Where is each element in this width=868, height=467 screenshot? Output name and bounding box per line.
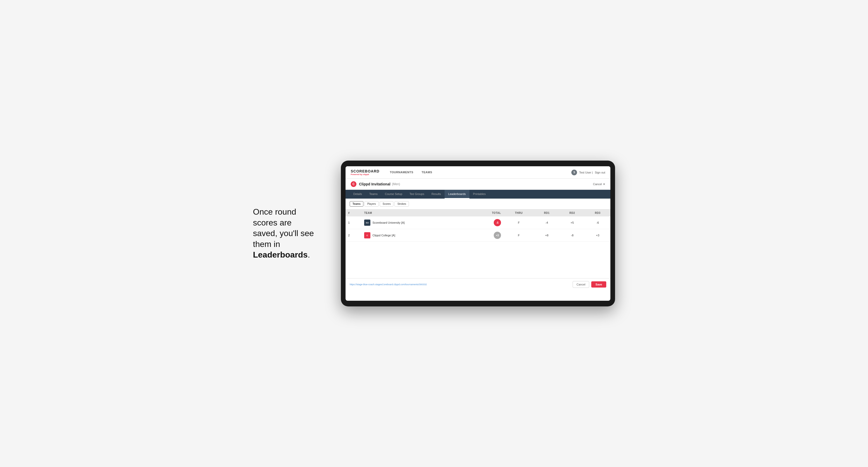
thru-2: F bbox=[503, 229, 534, 242]
tab-tee-groups[interactable]: Tee Groups bbox=[406, 190, 428, 198]
toggle-strokes[interactable]: Strokes bbox=[395, 201, 409, 207]
tab-details[interactable]: Details bbox=[350, 190, 366, 198]
tab-course-setup[interactable]: Course Setup bbox=[381, 190, 406, 198]
tournament-header: C Clippd Invitational (Men) Cancel ✕ bbox=[345, 179, 610, 190]
team-name-2: Clippd College [A] bbox=[372, 234, 395, 237]
user-avatar: S bbox=[571, 169, 577, 175]
footer-url: https://stage-blue-coach.stagesCoreboard… bbox=[350, 283, 427, 286]
tab-printables[interactable]: Printables bbox=[469, 190, 489, 198]
close-icon: ✕ bbox=[603, 183, 605, 186]
tab-teams[interactable]: Teams bbox=[366, 190, 381, 198]
page-wrapper: Once round scores are saved, you'll see … bbox=[253, 161, 615, 306]
total-2: +3 bbox=[470, 229, 503, 242]
table-header: # TEAM TOTAL THRU RD1 RD2 RD3 bbox=[345, 210, 610, 216]
toggle-scores[interactable]: Scores bbox=[380, 201, 393, 207]
col-total: TOTAL bbox=[470, 210, 503, 216]
rd2-2: -8 bbox=[559, 229, 585, 242]
rd1-1: -4 bbox=[534, 216, 559, 229]
sign-out-link[interactable]: Sign out bbox=[595, 171, 605, 174]
rd3-2: +3 bbox=[585, 229, 610, 242]
main-content: SCOREBOARD Powered by clippd TOURNAMENTS… bbox=[345, 166, 610, 290]
table-body: 1 SU Scoreboard University [A] -5 bbox=[345, 216, 610, 242]
team-cell-2: C Clippd College [A] bbox=[362, 229, 470, 242]
desc-period: . bbox=[308, 250, 310, 259]
cancel-button[interactable]: Cancel bbox=[572, 281, 589, 288]
col-rd2: RD2 bbox=[559, 210, 585, 216]
leaderboard-table-area: # TEAM TOTAL THRU RD1 RD2 RD3 1 bbox=[345, 210, 610, 247]
tablet-screen: SCOREBOARD Powered by clippd TOURNAMENTS… bbox=[345, 166, 610, 301]
thru-1: F bbox=[503, 216, 534, 229]
save-button[interactable]: Save bbox=[591, 281, 606, 287]
left-description: Once round scores are saved, you'll see … bbox=[253, 207, 326, 260]
total-1: -5 bbox=[470, 216, 503, 229]
toggle-teams[interactable]: Teams bbox=[350, 201, 363, 207]
desc-line1: Once round bbox=[253, 207, 296, 216]
rank-1: 1 bbox=[345, 216, 362, 229]
tab-results[interactable]: Results bbox=[428, 190, 444, 198]
nav-right: S Test User | Sign out bbox=[571, 169, 605, 175]
col-team: TEAM bbox=[362, 210, 470, 216]
app-logo: SCOREBOARD bbox=[351, 169, 379, 173]
desc-highlight: Leaderboards bbox=[253, 250, 308, 259]
rd1-2: +8 bbox=[534, 229, 559, 242]
table-row: 2 C Clippd College [A] +3 bbox=[345, 229, 610, 242]
col-thru: THRU bbox=[503, 210, 534, 216]
col-rd1: RD1 bbox=[534, 210, 559, 216]
app-footer: https://stage-blue-coach.stagesCoreboard… bbox=[345, 278, 610, 290]
score-badge-2: +3 bbox=[494, 232, 501, 239]
rd3-1: -6 bbox=[585, 216, 610, 229]
tournament-title: Clippd Invitational bbox=[359, 182, 390, 186]
tournament-icon: C bbox=[351, 181, 356, 187]
leaderboard-table: # TEAM TOTAL THRU RD1 RD2 RD3 1 bbox=[345, 210, 610, 242]
top-navigation: SCOREBOARD Powered by clippd TOURNAMENTS… bbox=[345, 166, 610, 179]
col-rd3: RD3 bbox=[585, 210, 610, 216]
sub-tabs: Details Teams Course Setup Tee Groups Re… bbox=[345, 190, 610, 198]
nav-tournaments[interactable]: TOURNAMENTS bbox=[385, 166, 417, 179]
team-logo-1: SU bbox=[364, 220, 370, 226]
user-name: Test User | bbox=[579, 171, 593, 174]
desc-line3: saved, you'll see bbox=[253, 228, 314, 238]
team-cell-1: SU Scoreboard University [A] bbox=[362, 216, 470, 229]
tab-leaderboards[interactable]: Leaderboards bbox=[444, 190, 469, 198]
powered-by: Powered by clippd bbox=[351, 173, 379, 176]
nav-teams[interactable]: TEAMS bbox=[417, 166, 436, 179]
rd2-1: +5 bbox=[559, 216, 585, 229]
nav-links: TOURNAMENTS TEAMS bbox=[385, 166, 436, 179]
logo-area: SCOREBOARD Powered by clippd bbox=[351, 169, 379, 176]
rank-2: 2 bbox=[345, 229, 362, 242]
tournament-cancel-button[interactable]: Cancel ✕ bbox=[593, 183, 605, 186]
toggle-group: Teams Players Scores Strokes bbox=[345, 198, 610, 210]
team-name-1: Scoreboard University [A] bbox=[372, 221, 405, 224]
tournament-subtitle: (Men) bbox=[392, 182, 400, 186]
col-rank: # bbox=[345, 210, 362, 216]
team-logo-2: C bbox=[364, 232, 370, 239]
tablet-device: SCOREBOARD Powered by clippd TOURNAMENTS… bbox=[341, 161, 615, 306]
table-row: 1 SU Scoreboard University [A] -5 bbox=[345, 216, 610, 229]
score-badge-1: -5 bbox=[494, 219, 501, 226]
desc-line2: scores are bbox=[253, 218, 291, 227]
desc-line4: them in bbox=[253, 240, 280, 249]
content-spacer bbox=[345, 247, 610, 278]
toggle-players[interactable]: Players bbox=[365, 201, 379, 207]
